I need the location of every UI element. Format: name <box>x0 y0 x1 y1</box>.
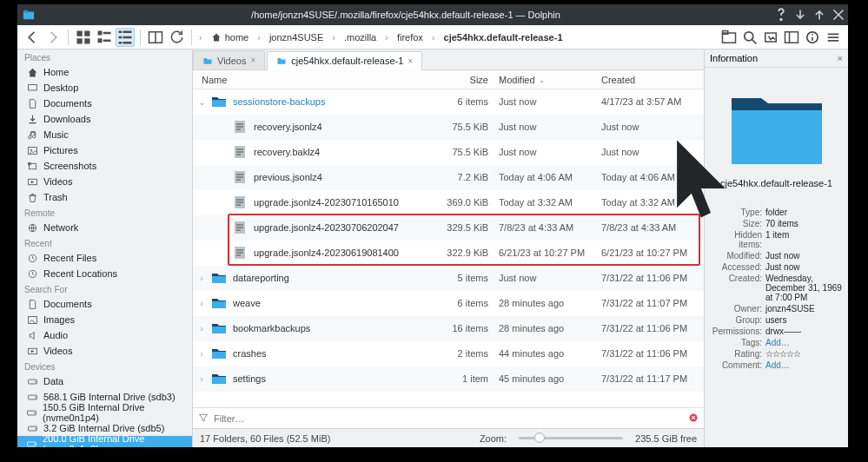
file-icon <box>231 143 248 161</box>
col-modified[interactable]: Modified⌄ <box>499 75 601 85</box>
breadcrumb-segment[interactable]: jonzn4SUSE <box>264 30 328 44</box>
expand-toggle[interactable]: › <box>193 273 210 283</box>
svg-rect-14 <box>123 36 132 38</box>
close-panel-icon[interactable]: × <box>838 53 843 63</box>
svg-rect-22 <box>785 31 798 43</box>
app-icon <box>21 7 36 23</box>
file-row[interactable]: previous.jsonlz47.2 KiBToday at 4:06 AMT… <box>193 165 704 190</box>
info-panel: Information × cje54hkx.default-release-1… <box>705 50 848 447</box>
back-button[interactable] <box>23 28 42 47</box>
sidebar-item[interactable]: Desktop <box>17 80 192 96</box>
tab-label: cje54hkx.default-release-1 <box>291 56 403 66</box>
svg-rect-61 <box>236 201 243 203</box>
sidebar-item[interactable]: Documents <box>17 296 192 312</box>
search-icon[interactable] <box>740 28 759 47</box>
breadcrumb-segment[interactable]: .mozilla <box>339 30 381 44</box>
preview-icon[interactable] <box>761 28 780 47</box>
new-tab-icon[interactable] <box>719 28 739 47</box>
expand-toggle[interactable]: › <box>193 373 210 384</box>
filter-input[interactable] <box>214 413 683 424</box>
screenshots-icon <box>26 160 38 172</box>
file-row[interactable]: ›datareporting5 itemsJust now7/31/22 at … <box>193 266 704 291</box>
breadcrumb-current[interactable]: cje54hkx.default-release-1 <box>439 30 568 44</box>
tab[interactable]: Videos× <box>193 50 265 69</box>
breadcrumb-home[interactable]: home <box>206 30 255 44</box>
sidebar-item[interactable]: 200.0 GiB Internal Drive (nvme0n1p2) <box>17 436 192 447</box>
slider-thumb[interactable] <box>534 432 545 443</box>
file-row[interactable]: ›bookmarkbackups16 items28 minutes ago7/… <box>193 316 704 341</box>
sidebar-item[interactable]: Data <box>17 373 192 389</box>
sidebar-item[interactable]: Videos <box>17 174 192 189</box>
file-created: 4/17/23 at 3:57 AM <box>601 96 704 107</box>
expand-toggle[interactable]: › <box>193 323 210 333</box>
expand-toggle[interactable]: ⌄ <box>193 96 210 108</box>
svg-point-36 <box>35 380 36 381</box>
file-row[interactable]: upgrade.jsonlz4-20230706202047329.5 KiB7… <box>193 215 704 241</box>
maximize-button[interactable] <box>810 5 829 24</box>
sidebar-item[interactable]: Recent Locations <box>17 266 192 281</box>
help-icon[interactable] <box>772 5 791 24</box>
breadcrumb-segment[interactable]: firefox <box>392 30 428 44</box>
sidebar-item-label: Downloads <box>43 114 90 124</box>
file-row[interactable]: recovery.baklz475.5 KiBJust nowJust now <box>193 140 704 165</box>
sidebar-item[interactable]: Trash <box>17 189 192 205</box>
sidebar-item[interactable]: Audio <box>17 327 192 343</box>
file-modified: Just now <box>499 122 601 132</box>
info-icon[interactable] <box>803 28 822 47</box>
sidebar-item[interactable]: Downloads <box>17 111 192 127</box>
info-value[interactable]: Add… <box>765 360 843 370</box>
file-row[interactable]: ›settings1 item45 minutes ago7/31/22 at … <box>193 366 704 392</box>
refresh-button[interactable] <box>167 28 186 47</box>
info-value[interactable]: Add… <box>765 338 843 347</box>
info-key: Accessed: <box>710 262 765 272</box>
zoom-label: Zoom: <box>480 433 507 444</box>
compact-view-button[interactable] <box>95 28 114 47</box>
file-row[interactable]: recovery.jsonlz475.5 KiBJust nowJust now <box>193 115 704 140</box>
hamburger-menu-icon[interactable] <box>824 28 843 47</box>
sidebar-item[interactable]: Videos <box>17 343 192 359</box>
sidebar-item[interactable]: Images <box>17 312 192 327</box>
col-created[interactable]: Created <box>601 75 704 85</box>
details-view-button[interactable] <box>116 28 135 47</box>
col-name[interactable]: Name <box>193 75 438 85</box>
sidebar-item[interactable]: Recent Files <box>17 250 192 266</box>
file-size: 6 items <box>438 96 499 107</box>
expand-toggle[interactable]: › <box>193 348 210 359</box>
close-button[interactable] <box>829 5 848 24</box>
panels-icon[interactable] <box>782 28 801 47</box>
sidebar-item[interactable]: 150.5 GiB Internal Drive (nvme0n1p4) <box>17 405 192 420</box>
forward-button[interactable] <box>43 28 63 47</box>
svg-point-44 <box>34 443 35 444</box>
close-tab-icon[interactable]: × <box>407 56 413 66</box>
sidebar-item[interactable]: Home <box>17 64 192 80</box>
file-row[interactable]: ›weave6 items28 minutes ago7/31/22 at 11… <box>193 291 704 316</box>
sidebar-item[interactable]: Music <box>17 127 192 142</box>
svg-rect-65 <box>236 227 243 228</box>
sidebar-item-label: 150.5 GiB Internal Drive (nvme0n1p4) <box>43 402 183 423</box>
sidebar-item[interactable]: Documents <box>17 96 192 111</box>
sidebar-item[interactable]: Screenshots <box>17 158 192 174</box>
minimize-button[interactable] <box>791 5 810 24</box>
file-list[interactable]: ⌄sessionstore-backups6 itemsJust now4/17… <box>193 89 704 407</box>
split-button[interactable] <box>146 28 165 47</box>
tab[interactable]: cje54hkx.default-release-1× <box>267 51 422 70</box>
info-value: ☆☆☆☆☆ <box>765 349 843 359</box>
icons-view-button[interactable] <box>74 28 93 47</box>
file-row[interactable]: ⌄sessionstore-backups6 itemsJust now4/17… <box>193 89 704 115</box>
sidebar-item[interactable]: Pictures <box>17 142 192 158</box>
svg-rect-68 <box>236 249 243 251</box>
expand-toggle[interactable]: › <box>193 298 210 308</box>
sidebar-item[interactable]: Network <box>17 220 192 235</box>
file-row[interactable]: upgrade.jsonlz4-20230710165010369.0 KiBT… <box>193 190 704 215</box>
col-size[interactable]: Size <box>438 75 499 85</box>
zoom-slider[interactable] <box>519 437 623 439</box>
network-icon <box>26 221 38 234</box>
info-value: users <box>765 315 843 325</box>
file-name: sessionstore-backups <box>233 96 438 107</box>
sidebar-item-label: Documents <box>43 299 92 309</box>
file-row[interactable]: upgrade.jsonlz4-20230619081400322.9 KiB6… <box>193 241 704 266</box>
close-tab-icon[interactable]: × <box>250 56 255 65</box>
sidebar-item-label: Pictures <box>43 145 78 155</box>
file-row[interactable]: ›crashes2 items44 minutes ago7/31/22 at … <box>193 341 704 366</box>
clear-filter-icon[interactable] <box>688 412 699 425</box>
